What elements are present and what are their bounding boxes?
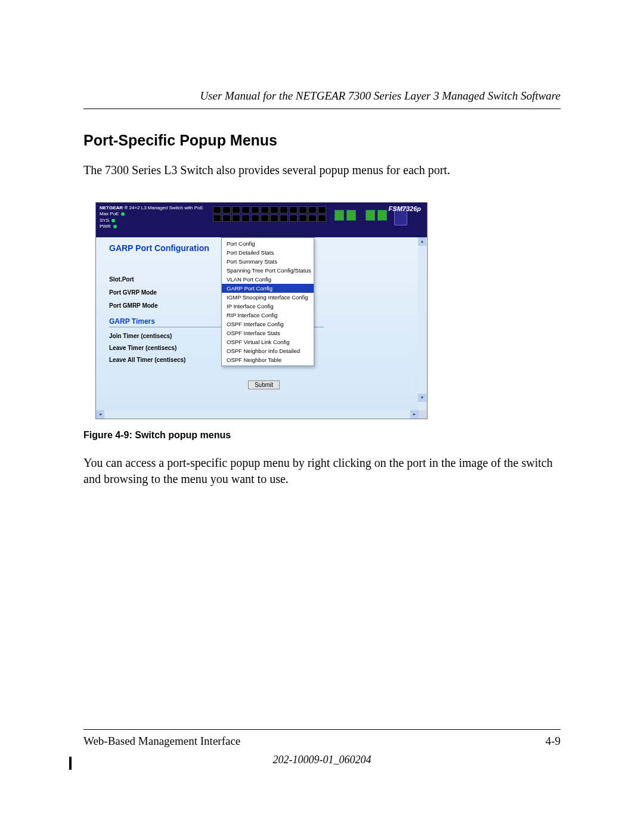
scroll-down-icon[interactable]: ▾ — [418, 394, 426, 402]
brand-label: NETGEAR — [100, 205, 123, 210]
context-menu-item[interactable]: OSPF Neighbor Table — [222, 355, 314, 364]
footer-rule — [83, 729, 561, 730]
running-header: User Manual for the NETGEAR 7300 Series … — [83, 89, 561, 109]
vertical-scrollbar[interactable]: ▴ ▾ — [418, 237, 426, 410]
header-rule — [83, 109, 561, 109]
led-sys-label: SYS — [100, 218, 109, 223]
horizontal-scrollbar[interactable]: ◂ ▸ — [96, 410, 427, 419]
context-menu-item[interactable]: Spanning Tree Port Config/Status — [222, 266, 314, 275]
led-pwr-label: PWR — [100, 224, 111, 229]
context-menu-item[interactable]: OSPF Virtual Link Config — [222, 337, 314, 346]
context-menu-item[interactable]: Port Summary Stats — [222, 257, 314, 266]
context-menu-item[interactable]: GARP Port Config — [222, 284, 314, 293]
label-leaveall-timer: Leave All Timer (centisecs) — [109, 357, 216, 363]
context-menu-item[interactable]: RIP Interface Config — [222, 311, 314, 320]
label-gmrp-mode: Port GMRP Mode — [109, 302, 216, 309]
intro-paragraph: The 7300 Series L3 Switch also provides … — [83, 162, 561, 178]
scroll-right-icon[interactable]: ▸ — [410, 410, 419, 419]
switch-description: 24+2 L3 Managed Switch with PoE — [129, 205, 203, 210]
page-footer: Web-Based Management Interface 4-9 202-1… — [83, 729, 561, 766]
footer-page-number: 4-9 — [546, 735, 561, 748]
after-figure-paragraph: You can access a port-specific popup men… — [83, 455, 561, 487]
faceplate-left-labels: NETGEAR ® 24+2 L3 Managed Switch with Po… — [96, 203, 207, 233]
context-menu-item[interactable]: OSPF Neighbor Info Detailed — [222, 346, 314, 355]
config-content-pane: Port ConfigPort Detailed StatsPort Summa… — [96, 237, 427, 410]
context-menu-item[interactable]: VLAN Port Config — [222, 275, 314, 284]
context-menu-item[interactable]: IP Interface Config — [222, 302, 314, 311]
scroll-up-icon[interactable]: ▴ — [418, 237, 426, 246]
label-join-timer: Join Timer (centisecs) — [109, 333, 216, 339]
change-bar-icon — [69, 757, 72, 770]
context-menu-item[interactable]: OSPF Interface Stats — [222, 329, 314, 337]
section-heading: Port-Specific Popup Menus — [83, 132, 561, 149]
figure-switch-popup: NETGEAR ® 24+2 L3 Managed Switch with Po… — [95, 202, 561, 419]
context-menu-item[interactable]: IGMP Snooping Interface Config — [222, 293, 314, 302]
submit-button[interactable]: Submit — [248, 380, 280, 389]
scroll-corner — [419, 410, 427, 419]
label-slot-port: Slot.Port — [109, 276, 216, 283]
label-gvrp-mode: Port GVRP Mode — [109, 289, 216, 296]
led-maxpoe-icon — [121, 212, 125, 216]
uplink-bank[interactable] — [335, 210, 387, 221]
switch-faceplate: NETGEAR ® 24+2 L3 Managed Switch with Po… — [96, 203, 427, 237]
context-menu-item[interactable]: OSPF Interface Config — [222, 320, 314, 329]
figure-caption: Figure 4-9: Switch popup menus — [83, 430, 561, 441]
footer-doc-number: 202-10009-01_060204 — [83, 754, 561, 766]
port-context-menu[interactable]: Port ConfigPort Detailed StatsPort Summa… — [221, 237, 314, 366]
led-maxpoe-label: Max PoE — [100, 211, 119, 216]
switch-config-window: NETGEAR ® 24+2 L3 Managed Switch with Po… — [95, 202, 428, 419]
context-menu-item[interactable]: Port Detailed Stats — [222, 248, 314, 257]
footer-section-name: Web-Based Management Interface — [83, 735, 240, 748]
led-sys-icon — [112, 219, 115, 222]
led-pwr-icon — [113, 225, 117, 228]
label-leave-timer: Leave Timer (centisecs) — [109, 345, 216, 351]
model-name: FSM7326p — [389, 205, 421, 212]
context-menu-item[interactable]: Port Config — [222, 239, 314, 248]
port-bank-1[interactable] — [213, 206, 326, 222]
scroll-left-icon[interactable]: ◂ — [96, 410, 104, 419]
